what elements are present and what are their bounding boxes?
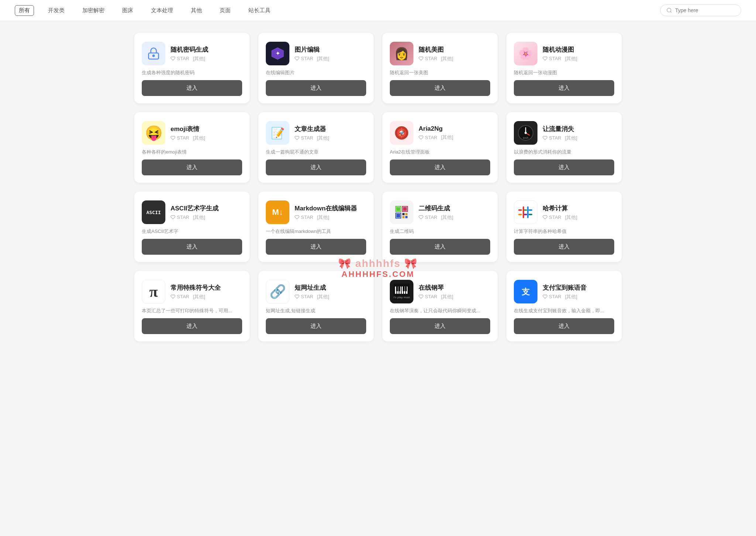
card-title-area: 随机动漫图 STAR [其他] — [543, 45, 577, 62]
card-icon-random-anime: 🌸 — [514, 42, 537, 65]
card-enter-button[interactable]: 进入 — [142, 159, 242, 175]
star-button[interactable]: STAR — [171, 294, 189, 299]
card-title-area: 短网址生成 STAR [其他] — [295, 284, 329, 300]
card-header: 😝 emoji表情 STAR [其他] — [142, 121, 242, 145]
nav-item-其他[interactable]: 其他 — [187, 6, 206, 16]
star-button[interactable]: STAR — [171, 56, 189, 61]
card-image-editor: ✦ 图片编辑 STAR [其他] 在线编辑图片 进入 — [258, 33, 374, 103]
svg-rect-35 — [527, 206, 529, 218]
star-button[interactable]: STAR — [543, 294, 561, 299]
card-enter-button[interactable]: 进入 — [514, 80, 614, 96]
card-enter-button[interactable]: 进入 — [266, 159, 366, 175]
card-icon-short-url: 🔗 — [266, 280, 289, 303]
star-button[interactable]: STAR — [419, 56, 437, 61]
card-desc: 在线生成支付宝到账音效，输入金额，即... — [514, 307, 614, 315]
star-button[interactable]: STAR — [543, 135, 561, 141]
card-icon-special-chars: π — [142, 280, 165, 303]
svg-text:🚀: 🚀 — [399, 130, 405, 136]
star-button[interactable]: STAR — [171, 135, 189, 141]
card-enter-button[interactable]: 进入 — [266, 239, 366, 255]
card-desc: Aria2在线管理面板 — [390, 148, 490, 156]
nav-item-文本处理[interactable]: 文本处理 — [147, 6, 177, 16]
svg-rect-44 — [398, 286, 400, 291]
card-title: 哈希计算 — [543, 204, 577, 213]
card-hash-calc: 哈希计算 STAR [其他] 计算字符串的各种哈希值 进入 — [506, 192, 622, 262]
svg-rect-19 — [396, 207, 400, 211]
card-enter-button[interactable]: 进入 — [142, 239, 242, 255]
nav-item-站长工具[interactable]: 站长工具 — [245, 6, 274, 16]
card-enter-button[interactable]: 进入 — [142, 80, 242, 96]
svg-rect-24 — [402, 213, 405, 215]
svg-point-13 — [525, 132, 527, 134]
star-button[interactable]: STAR — [295, 56, 313, 61]
card-enter-button[interactable]: 进入 — [142, 318, 242, 334]
nav-item-加密解密[interactable]: 加密解密 — [79, 6, 108, 16]
card-tag: [其他] — [565, 293, 577, 300]
card-title: emoji表情 — [171, 125, 205, 133]
star-button[interactable]: STAR — [543, 214, 561, 220]
card-icon-article-gen: 📝 — [266, 121, 289, 145]
card-header: 支 支付宝到账语音 STAR [其他] — [514, 280, 614, 303]
search-input[interactable] — [675, 7, 735, 13]
card-title: 二维码生成 — [419, 204, 453, 213]
card-random-anime: 🌸 随机动漫图 STAR [其他] 随机返回一张动漫图 进入 — [506, 33, 622, 103]
card-header: 👩 随机美图 STAR [其他] — [390, 42, 490, 65]
card-enter-button[interactable]: 进入 — [390, 239, 490, 255]
star-button[interactable]: STAR — [419, 135, 437, 140]
card-title-area: ASCII艺术字生成 STAR [其他] — [171, 204, 219, 221]
star-button[interactable]: STAR — [295, 135, 313, 141]
card-tag: [其他] — [317, 135, 329, 141]
card-enter-button[interactable]: 进入 — [514, 159, 614, 175]
card-enter-button[interactable]: 进入 — [514, 239, 614, 255]
nav-item-所有[interactable]: 所有 — [15, 5, 34, 16]
svg-rect-45 — [403, 286, 405, 291]
card-tag: [其他] — [441, 293, 453, 300]
card-title: 图片编辑 — [295, 45, 329, 54]
star-button[interactable]: STAR — [295, 214, 313, 220]
card-tag: [其他] — [193, 293, 205, 300]
card-tag: [其他] — [441, 55, 453, 62]
main-content: 随机密码生成 STAR [其他] 生成各种强度的随机密码 进入 ✦ — [120, 21, 636, 362]
card-special-chars: π 常用特殊符号大全 STAR [其他] 本页汇总了一些可打印的特殊符号，可用.… — [134, 271, 250, 341]
card-tag: [其他] — [317, 214, 329, 221]
card-header: 🔗 短网址生成 STAR [其他] — [266, 280, 366, 303]
card-icon-emoji: 😝 — [142, 121, 165, 145]
svg-rect-30 — [529, 209, 532, 211]
card-title-area: 让流量消失 STAR [其他] — [543, 125, 577, 141]
card-enter-button[interactable]: 进入 — [390, 318, 490, 334]
star-button[interactable]: STAR — [419, 214, 437, 220]
card-meta: STAR [其他] — [543, 55, 577, 62]
star-button[interactable]: STAR — [543, 56, 561, 61]
card-title-area: Aria2Ng STAR [其他] — [419, 125, 453, 141]
card-title-area: 常用特殊符号大全 STAR [其他] — [171, 284, 221, 300]
star-button[interactable]: STAR — [295, 294, 313, 299]
star-button[interactable]: STAR — [171, 214, 189, 220]
svg-rect-27 — [405, 216, 408, 218]
card-enter-button[interactable]: 进入 — [390, 159, 490, 175]
card-tag: [其他] — [193, 135, 205, 141]
card-meta: STAR [其他] — [295, 55, 329, 62]
card-title-area: emoji表情 STAR [其他] — [171, 125, 205, 141]
star-button[interactable]: STAR — [419, 294, 437, 299]
card-enter-button[interactable]: 进入 — [514, 318, 614, 334]
card-enter-button[interactable]: 进入 — [266, 318, 366, 334]
nav-item-图床[interactable]: 图床 — [118, 6, 137, 16]
card-title: 随机美图 — [419, 45, 453, 54]
card-meta: STAR [其他] — [171, 214, 219, 221]
card-desc: 生成各种强度的随机密码 — [142, 69, 242, 76]
card-random-beauty: 👩 随机美图 STAR [其他] 随机返回一张美图 进入 — [382, 33, 498, 103]
svg-text:km/h: km/h — [523, 137, 528, 139]
svg-rect-26 — [402, 216, 405, 218]
card-icon-aria2ng: 🚀 — [390, 121, 413, 145]
card-enter-button[interactable]: 进入 — [390, 80, 490, 96]
card-header: π 常用特殊符号大全 STAR [其他] — [142, 280, 242, 303]
nav-item-开发类[interactable]: 开发类 — [44, 6, 68, 16]
card-title: 文章生成器 — [295, 125, 329, 133]
card-title-area: 哈希计算 STAR [其他] — [543, 204, 577, 221]
svg-rect-25 — [405, 213, 408, 215]
nav-item-页面[interactable]: 页面 — [216, 6, 234, 16]
search-box[interactable] — [660, 4, 741, 16]
card-title-area: 随机美图 STAR [其他] — [419, 45, 453, 62]
card-title: 短网址生成 — [295, 284, 329, 292]
card-enter-button[interactable]: 进入 — [266, 80, 366, 96]
